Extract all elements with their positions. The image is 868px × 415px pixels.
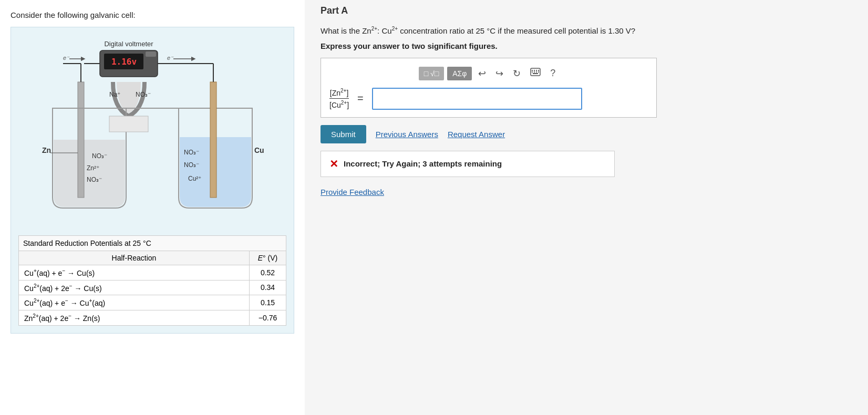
svg-text:e⁻: e⁻ [63, 55, 70, 61]
svg-text:Cu: Cu [254, 146, 264, 154]
svg-rect-20 [210, 82, 216, 198]
sqrt-icon: □ [424, 69, 428, 78]
reaction-cell: Cu2+(aq) + e− → Cu+(aq) [19, 295, 250, 310]
potential-cell: 0.15 [250, 295, 286, 310]
intro-text: Consider the following galvanic cell: [11, 11, 294, 19]
help-button[interactable]: ? [547, 66, 559, 81]
keyboard-button[interactable] [527, 66, 544, 81]
previous-answers-button[interactable]: Previous Answers [376, 130, 438, 139]
svg-rect-35 [536, 70, 537, 71]
request-answer-button[interactable]: Request Answer [448, 130, 505, 139]
submit-row: Submit Previous Answers Request Answer [321, 125, 657, 143]
error-box: ✕ Incorrect; Try Again; 3 attempts remai… [321, 151, 615, 177]
fraction-input-row: [Zn2+] [Cu2+] = [329, 88, 648, 110]
fraction-label: [Zn2+] [Cu2+] [329, 88, 349, 109]
table-caption: Standard Reduction Potentials at 25 °C [18, 235, 286, 251]
potential-cell: 0.52 [250, 265, 286, 281]
svg-text:1.16v: 1.16v [111, 57, 137, 67]
error-icon: ✕ [329, 158, 338, 170]
svg-text:NO₃⁻: NO₃⁻ [136, 91, 151, 98]
question-text: What is the Zn2+: Cu2+ concentration rat… [321, 25, 852, 37]
col-header-reaction: Half-Reaction [19, 251, 250, 265]
table-row: Cu+(aq) + e− → Cu(s) 0.52 [19, 265, 286, 281]
svg-rect-33 [532, 70, 533, 71]
svg-text:Cu²⁺: Cu²⁺ [188, 175, 201, 182]
part-label: Part A [321, 5, 852, 16]
svg-rect-41 [533, 73, 538, 74]
math-toolbar: □ √□ ΑΣφ ↩ ↪ ↻ [329, 66, 648, 81]
svg-text:NO₃⁻: NO₃⁻ [87, 176, 102, 183]
svg-rect-37 [532, 71, 533, 72]
reaction-cell: Zn2+(aq) + 2e− → Zn(s) [19, 310, 250, 325]
svg-rect-38 [534, 71, 535, 72]
galvanic-cell-box: Digital voltmeter 1.16v e⁻ [11, 27, 294, 334]
svg-rect-12 [78, 82, 84, 198]
voltmeter-label: Digital voltmeter [104, 40, 153, 48]
keyboard-icon [530, 68, 541, 76]
redo-button[interactable]: ↪ [492, 66, 507, 81]
svg-text:Na⁺: Na⁺ [109, 91, 120, 98]
table-row: Zn2+(aq) + 2e− → Zn(s) −0.76 [19, 310, 286, 325]
svg-rect-39 [536, 71, 537, 72]
svg-text:Zn: Zn [42, 146, 51, 154]
greek-label: ΑΣφ [452, 69, 467, 78]
reduction-table: Standard Reduction Potentials at 25 °C H… [18, 235, 286, 326]
reaction-cell: Cu2+(aq) + 2e− → Cu(s) [19, 280, 250, 295]
potential-cell: −0.76 [250, 310, 286, 325]
col-header-potential: E° (V) [250, 251, 286, 265]
fraction-numerator: [Zn2+] [330, 88, 349, 97]
svg-text:e⁻: e⁻ [167, 55, 174, 61]
svg-rect-36 [538, 70, 539, 71]
undo-button[interactable]: ↩ [475, 66, 489, 81]
svg-rect-31 [109, 116, 148, 132]
svg-text:NO₃⁻: NO₃⁻ [92, 152, 107, 160]
answer-box: □ √□ ΑΣφ ↩ ↪ ↻ [321, 58, 657, 118]
svg-text:NO₃⁻: NO₃⁻ [184, 149, 199, 156]
question-instruction: Express your answer to two significant f… [321, 42, 852, 50]
reaction-cell: Cu+(aq) + e− → Cu(s) [19, 265, 250, 281]
refresh-button[interactable]: ↻ [510, 66, 524, 81]
right-panel: Part A What is the Zn2+: Cu2+ concentrat… [305, 0, 868, 415]
provide-feedback-button[interactable]: Provide Feedback [321, 188, 384, 196]
error-message: Incorrect; Try Again; 3 attempts remaini… [344, 159, 502, 168]
equals-sign: = [357, 92, 364, 105]
answer-input[interactable] [372, 88, 582, 110]
table-row: Cu2+(aq) + 2e− → Cu(s) 0.34 [19, 280, 286, 295]
galvanic-cell-svg: Digital voltmeter 1.16v e⁻ [32, 35, 273, 229]
sqrt-label: √□ [430, 69, 439, 78]
fraction-divider [329, 98, 349, 99]
svg-rect-40 [538, 71, 539, 72]
svg-text:Zn²⁺: Zn²⁺ [87, 164, 99, 172]
potential-cell: 0.34 [250, 280, 286, 295]
svg-rect-34 [534, 70, 535, 71]
submit-button[interactable]: Submit [321, 125, 366, 143]
svg-rect-3 [146, 51, 156, 57]
left-panel: Consider the following galvanic cell: Di… [0, 0, 305, 415]
greek-button[interactable]: ΑΣφ [447, 67, 472, 80]
svg-text:NO₃⁻: NO₃⁻ [184, 161, 199, 169]
table-row: Cu2+(aq) + e− → Cu+(aq) 0.15 [19, 295, 286, 310]
sqrt-button[interactable]: □ √□ [419, 67, 445, 80]
fraction-denominator: [Cu2+] [329, 100, 349, 109]
cell-diagram: Digital voltmeter 1.16v e⁻ [18, 35, 286, 229]
